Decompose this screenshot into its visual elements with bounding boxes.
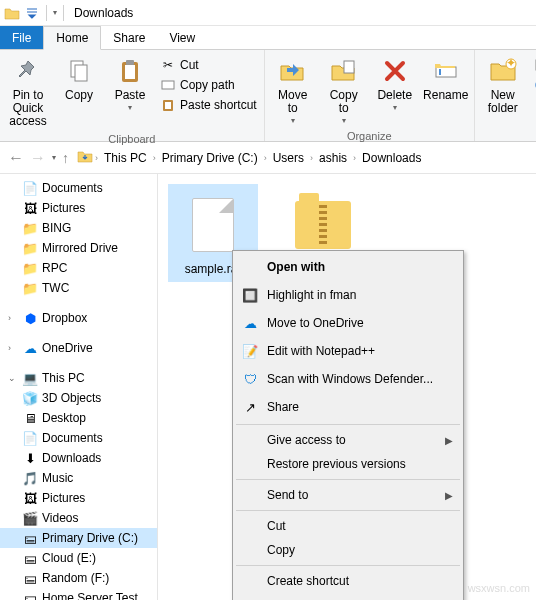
sidebar-item-3d-objects[interactable]: 🧊3D Objects	[0, 388, 157, 408]
sidebar-item-onedrive[interactable]: ›☁OneDrive	[0, 338, 157, 358]
move-to-button[interactable]: Move to ▾	[269, 53, 317, 128]
rar-file-icon	[192, 198, 234, 252]
breadcrumb[interactable]: › This PC › Primary Drive (C:) › Users ›…	[77, 149, 528, 167]
collapse-icon[interactable]: ⌄	[8, 373, 18, 383]
expand-icon[interactable]: ›	[8, 313, 18, 323]
sidebar-item-videos[interactable]: 🎬Videos	[0, 508, 157, 528]
menu-separator	[236, 510, 460, 511]
sidebar-item-this-pc[interactable]: ⌄💻This PC	[0, 368, 157, 388]
3d-icon: 🧊	[22, 390, 38, 406]
svg-rect-10	[439, 69, 441, 75]
folder-icon	[4, 5, 20, 21]
onedrive-icon: ☁	[241, 314, 259, 332]
documents-icon: 📄	[22, 430, 38, 446]
back-button[interactable]: ←	[8, 149, 24, 167]
menu-scan-defender[interactable]: 🛡 Scan with Windows Defender...	[235, 365, 461, 393]
sidebar-item-pictures2[interactable]: 🖼Pictures	[0, 488, 157, 508]
pin-to-quick-access-button[interactable]: Pin to Quick access	[4, 53, 52, 131]
menu-separator	[236, 479, 460, 480]
rename-button[interactable]: Rename	[422, 53, 470, 128]
ribbon: Pin to Quick access Copy Paste ▾ ✂ Cut	[0, 50, 536, 142]
sidebar-item-dropbox[interactable]: ›⬢Dropbox	[0, 308, 157, 328]
menu-edit-notepad[interactable]: 📝 Edit with Notepad++	[235, 337, 461, 365]
navigation-pane[interactable]: 📄Documents 🖼Pictures 📁BING 📁Mirrored Dri…	[0, 174, 158, 600]
delete-icon	[379, 55, 411, 87]
sidebar-item-documents2[interactable]: 📄Documents	[0, 428, 157, 448]
crumb-ashis[interactable]: ashis	[315, 149, 351, 167]
menu-create-shortcut[interactable]: Create shortcut	[235, 569, 461, 593]
sidebar-item-random-drive[interactable]: 🖴Random (F:)	[0, 568, 157, 588]
up-button[interactable]: ↑	[62, 150, 69, 166]
menu-give-access[interactable]: Give access to ▶	[235, 428, 461, 452]
sidebar-item-music[interactable]: 🎵Music	[0, 468, 157, 488]
sidebar-item-pictures[interactable]: 🖼Pictures	[0, 198, 157, 218]
easy-access-button[interactable]: Easy access ▾	[530, 75, 536, 95]
sidebar-item-mirrored[interactable]: 📁Mirrored Drive	[0, 238, 157, 258]
tab-file[interactable]: File	[0, 26, 43, 49]
forward-button[interactable]: →	[30, 149, 46, 167]
pc-icon: 💻	[22, 370, 38, 386]
chevron-down-icon[interactable]: ▾	[53, 8, 57, 17]
down-folder-icon	[77, 149, 93, 166]
expand-icon[interactable]: ›	[8, 343, 18, 353]
copy-path-button[interactable]: Copy path	[157, 75, 260, 95]
paste-shortcut-icon	[160, 97, 176, 113]
ribbon-tabs: File Home Share View	[0, 26, 536, 50]
crumb-primary[interactable]: Primary Drive (C:)	[158, 149, 262, 167]
cut-button[interactable]: ✂ Cut	[157, 55, 260, 75]
menu-highlight-fman[interactable]: 🔲 Highlight in fman	[235, 281, 461, 309]
tab-home[interactable]: Home	[43, 26, 101, 50]
crumb-downloads[interactable]: Downloads	[358, 149, 425, 167]
menu-copy[interactable]: Copy	[235, 538, 461, 562]
shield-icon: 🛡	[241, 370, 259, 388]
menu-delete[interactable]: Delete	[235, 593, 461, 600]
quick-access-toolbar: ▾ Downloads	[0, 0, 536, 26]
menu-send-to[interactable]: Send to ▶	[235, 483, 461, 507]
svg-rect-8	[344, 61, 354, 73]
tab-view[interactable]: View	[157, 26, 207, 49]
chevron-down-icon: ▾	[393, 104, 397, 113]
window-title: Downloads	[70, 6, 133, 20]
fman-icon: 🔲	[241, 286, 259, 304]
sidebar-item-primary-drive[interactable]: 🖴Primary Drive (C:)	[0, 528, 157, 548]
svg-text:✦: ✦	[506, 58, 516, 70]
delete-button[interactable]: Delete ▾	[371, 53, 419, 128]
menu-open-with[interactable]: Open with	[235, 253, 461, 281]
submenu-arrow-icon: ▶	[445, 435, 453, 446]
new-folder-button[interactable]: ✦ New folder	[479, 53, 527, 126]
menu-separator	[236, 565, 460, 566]
history-dropdown[interactable]: ▾	[52, 153, 56, 162]
paste-shortcut-button[interactable]: Paste shortcut	[157, 95, 260, 115]
group-label-organize: Organize	[269, 128, 470, 143]
sidebar-item-documents[interactable]: 📄Documents	[0, 178, 157, 198]
share-icon: ↗	[241, 398, 259, 416]
zip-folder-icon	[295, 201, 351, 249]
svg-rect-1	[75, 65, 87, 81]
copy-button[interactable]: Copy	[55, 53, 103, 131]
sidebar-item-bing[interactable]: 📁BING	[0, 218, 157, 238]
sidebar-item-cloud-drive[interactable]: 🖴Cloud (E:)	[0, 548, 157, 568]
sidebar-item-desktop[interactable]: 🖥Desktop	[0, 408, 157, 428]
sidebar-item-rpc[interactable]: 📁RPC	[0, 258, 157, 278]
crumb-this-pc[interactable]: This PC	[100, 149, 151, 167]
paste-icon	[114, 55, 146, 87]
menu-cut[interactable]: Cut	[235, 514, 461, 538]
sidebar-item-twc[interactable]: 📁TWC	[0, 278, 157, 298]
svg-rect-4	[126, 60, 134, 65]
address-bar: ← → ▾ ↑ › This PC › Primary Drive (C:) ›…	[0, 142, 536, 174]
sidebar-item-home-server[interactable]: 🖴Home Server Test	[0, 588, 157, 600]
chevron-down-icon: ▾	[128, 104, 132, 113]
menu-share[interactable]: ↗ Share	[235, 393, 461, 421]
pictures-icon: 🖼	[22, 490, 38, 506]
tab-share[interactable]: Share	[101, 26, 157, 49]
menu-restore-versions[interactable]: Restore previous versions	[235, 452, 461, 476]
paste-button[interactable]: Paste ▾	[106, 53, 154, 131]
onedrive-icon: ☁	[22, 340, 38, 356]
downloads-icon: ⬇	[22, 450, 38, 466]
menu-move-onedrive[interactable]: ☁ Move to OneDrive	[235, 309, 461, 337]
copy-to-button[interactable]: Copy to ▾	[320, 53, 368, 128]
crumb-users[interactable]: Users	[269, 149, 308, 167]
sidebar-item-downloads[interactable]: ⬇Downloads	[0, 448, 157, 468]
folder-icon: 📁	[22, 260, 38, 276]
new-item-button[interactable]: New item ▾	[530, 55, 536, 75]
